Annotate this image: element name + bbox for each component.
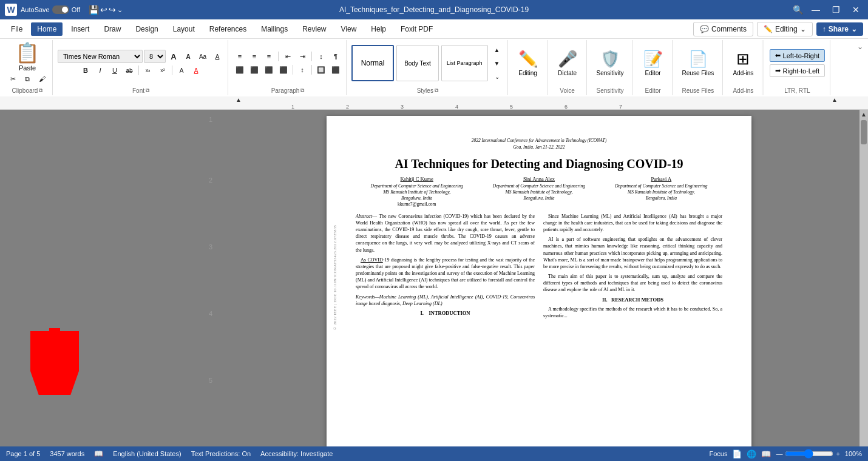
styles-expand-btn[interactable]: ⌄ (490, 70, 504, 82)
editing-pencil-icon: ✏️ (764, 25, 773, 33)
subscript-button[interactable]: x₂ (141, 64, 155, 76)
decrease-indent-button[interactable]: ⇤ (281, 50, 294, 62)
editor-button[interactable]: 📝 Editor (638, 47, 668, 79)
menu-home[interactable]: Home (31, 22, 63, 36)
dictate-button[interactable]: 🎤 Dictate (552, 47, 583, 79)
share-button[interactable]: ↑ Share ⌄ (816, 22, 863, 36)
align-center-button[interactable]: ⬛ (248, 64, 261, 76)
addins-label: Add-ins (733, 70, 753, 76)
menu-help[interactable]: Help (365, 22, 392, 36)
scroll-thumb[interactable] (861, 120, 867, 144)
autosave-state: Off (72, 6, 80, 13)
numbering-button[interactable]: ≡ (248, 50, 261, 62)
clear-format-button[interactable]: A (211, 50, 224, 62)
styles-scroll-up[interactable]: ▲ (490, 44, 504, 56)
toolbar-expand[interactable]: ⌄ (855, 40, 866, 95)
style-normal[interactable]: Normal (351, 45, 394, 81)
align-left-button[interactable]: ⬛ (233, 64, 246, 76)
search-icon[interactable]: 🔍 (793, 5, 803, 15)
superscript-button[interactable]: x² (156, 64, 169, 76)
comments-button[interactable]: 💬 Comments (693, 22, 753, 36)
cut-button[interactable]: ✂ (6, 73, 19, 85)
showhide-button[interactable]: ¶ (329, 50, 342, 62)
font-size-select[interactable]: 8 (144, 50, 166, 63)
bold-button[interactable]: B (79, 64, 92, 76)
editing-big-btn[interactable]: ✏️ Editing (513, 47, 543, 79)
language[interactable]: English (United States) (113, 450, 181, 457)
redo-icon[interactable]: ↪ (109, 5, 116, 15)
proofing-icon[interactable]: 📖 (94, 449, 103, 458)
style-body-text[interactable]: Body Text (396, 45, 439, 81)
line-spacing-button[interactable]: ↕ (296, 64, 309, 76)
style-list-paragraph[interactable]: List Paragraph (441, 45, 488, 81)
clipboard-expand[interactable]: ⧉ (39, 87, 42, 94)
view-icon-read[interactable]: 📖 (761, 449, 771, 459)
format-painter-button[interactable]: 🖌 (35, 73, 49, 85)
editor-inner: 📝 Editor (638, 41, 668, 85)
styles-scroll-down[interactable]: ▼ (490, 57, 504, 69)
underline-button[interactable]: U (108, 64, 121, 76)
text-predictions[interactable]: Text Predictions: On (191, 450, 251, 457)
close-btn[interactable]: ✕ (849, 5, 863, 15)
styles-expand[interactable]: ⧉ (435, 87, 438, 94)
strikethrough-button[interactable]: ab (123, 64, 136, 76)
borders-button[interactable]: ⬛ (329, 64, 342, 76)
rtl-button[interactable]: ➡ Right-to-Left (770, 64, 826, 77)
font-expand[interactable]: ⧉ (146, 87, 149, 94)
menu-view[interactable]: View (335, 22, 363, 36)
abstract-dash: — (372, 214, 377, 219)
shading-button[interactable]: 🔲 (314, 64, 328, 76)
editing-button[interactable]: ✏️ Editing ⌄ (757, 22, 813, 36)
italic-button[interactable]: I (93, 64, 107, 76)
scroll-up-arrow[interactable]: ▲ (861, 111, 867, 118)
font-grow-button[interactable]: A (167, 50, 180, 62)
addins-button[interactable]: ⊞ Add-ins (728, 47, 758, 79)
increase-indent-button[interactable]: ⇥ (296, 50, 309, 62)
zoom-plus[interactable]: + (836, 450, 839, 457)
ltr-label: Left-to-Right (783, 52, 820, 59)
menu-design[interactable]: Design (129, 22, 164, 36)
justify-button[interactable]: ⬛ (277, 64, 290, 76)
ltr-rtl-inner: ⬅ Left-to-Right ➡ Right-to-Left (770, 41, 826, 85)
menu-review[interactable]: Review (296, 22, 332, 36)
menu-insert[interactable]: Insert (65, 22, 95, 36)
accessibility[interactable]: Accessibility: Investigate (260, 450, 333, 457)
font-family-select[interactable]: Times New Roman (58, 50, 143, 63)
reuse-files-group: 📄 Reuse Files Reuse Files (674, 40, 724, 95)
reuse-files-button[interactable]: 📄 Reuse Files (677, 47, 719, 79)
autosave-toggle[interactable] (52, 5, 69, 14)
zoom-minus[interactable]: — (776, 450, 782, 457)
ltr-button[interactable]: ⬅ Left-to-Right (770, 49, 826, 62)
menu-mailings[interactable]: Mailings (255, 22, 294, 36)
menu-layout[interactable]: Layout (167, 22, 201, 36)
bullets-button[interactable]: ≡ (233, 50, 246, 62)
undo-icon[interactable]: ↩ (100, 5, 107, 15)
menu-foxit[interactable]: Foxit PDF (395, 22, 439, 36)
font-shrink-button[interactable]: A (181, 50, 195, 62)
align-right-button[interactable]: ⬛ (262, 64, 276, 76)
paste-button[interactable]: 📋 Paste (15, 41, 39, 72)
multilevel-button[interactable]: ≡ (262, 50, 276, 62)
view-icon-web[interactable]: 🌐 (747, 449, 756, 459)
font-case-button[interactable]: Aa (196, 50, 209, 62)
menu-references[interactable]: References (203, 22, 253, 36)
author1-email: kkurne7@gmail.com (359, 201, 475, 207)
paragraph-expand[interactable]: ⧉ (300, 87, 304, 94)
vertical-scrollbar[interactable]: ▲ ▼ (860, 110, 868, 453)
document-page[interactable]: 2022 International Conference for Advanc… (327, 116, 751, 449)
focus-btn[interactable]: Focus (709, 450, 727, 457)
menu-draw[interactable]: Draw (98, 22, 127, 36)
text-highlight-button[interactable]: A (175, 64, 188, 76)
zoom-range[interactable] (785, 449, 833, 459)
save-icon[interactable]: 💾 (89, 5, 99, 15)
maximize-btn[interactable]: ❐ (829, 5, 844, 15)
sort-button[interactable]: ↕ (314, 50, 328, 62)
font-color-button[interactable]: A (189, 64, 203, 76)
zoom-slider[interactable]: — + (776, 449, 839, 459)
minimize-btn[interactable]: — (808, 5, 824, 15)
arrow-svg (30, 328, 79, 395)
copy-button[interactable]: ⧉ (21, 73, 34, 85)
menu-file[interactable]: File (5, 22, 29, 36)
sensitivity-button[interactable]: 🛡️ Sensitivity (592, 47, 629, 79)
view-icon-print[interactable]: 📄 (732, 449, 742, 459)
